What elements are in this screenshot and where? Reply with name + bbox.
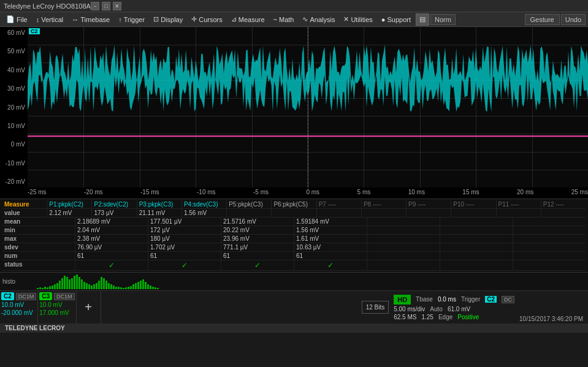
- x-label-neg10ms: -10 ms: [197, 189, 216, 199]
- menu-cursors[interactable]: ✛ Cursors: [188, 14, 226, 25]
- waveform-svg: [28, 27, 588, 187]
- meas-p11-value: [497, 209, 541, 217]
- status-row3: 62.5 MS 1.25 Edge Positive: [394, 314, 514, 320]
- meas-col-p6: P6:pkpk(C5): [272, 200, 316, 208]
- measure-icon: ⊿: [231, 15, 237, 23]
- meas-col-p8: P8 ----: [362, 200, 407, 208]
- tbase-label: Tbase: [416, 296, 433, 303]
- meas-p6-value: [272, 209, 316, 217]
- scope-wrapper: 60 mV 50 mV 40 mV 30 mV 20 mV 10 mV 0 mV…: [0, 27, 588, 187]
- status-columns: HD Tbase 0.0 ms Trigger C2 DC 5.00 ms/di…: [394, 295, 514, 320]
- meas-p5-num: [367, 252, 440, 260]
- y-label-0mv: 0 mV: [2, 141, 25, 148]
- histo-bar: [150, 286, 151, 289]
- meas-p3-max: 23.96 mV: [221, 235, 294, 243]
- gesture-button[interactable]: Gesture: [525, 14, 560, 25]
- close-button[interactable]: ✕: [113, 2, 121, 10]
- ch2-badge[interactable]: C2: [1, 292, 14, 300]
- norm-button[interactable]: Norm: [430, 14, 456, 25]
- meas-p7-value: [317, 209, 362, 217]
- trig-dc: DC: [502, 296, 514, 303]
- histo-bar: [110, 284, 112, 289]
- meas-p1-sdev: 76.90 µV: [75, 243, 148, 251]
- meas-p4-sdev: 10.63 µV: [294, 243, 367, 251]
- histo-bar: [135, 283, 137, 289]
- menu-file[interactable]: 📄 File: [2, 14, 31, 25]
- meas-label-mean: mean: [2, 218, 75, 225]
- x-axis-inner: -25 ms -20 ms -15 ms -10 ms -5 ms 0 ms 5…: [28, 189, 588, 199]
- menu-math[interactable]: ~ Math: [270, 15, 298, 25]
- mem-val: 61.0 mV: [448, 306, 470, 312]
- minimize-button[interactable]: −: [91, 2, 99, 10]
- meas-p1-value: 2.12 mV: [47, 209, 92, 217]
- ch3-row: C3 DC1M: [39, 292, 74, 300]
- meas-p1-status: ✓: [75, 260, 148, 270]
- trigger-icon: ↑: [118, 16, 122, 23]
- ch2-vals: 10.0 mV: [1, 301, 36, 308]
- meas-p2-status: ✓: [148, 260, 221, 270]
- meas-label-min: min: [2, 226, 75, 234]
- menu-vertical[interactable]: ↕ Vertical: [32, 15, 67, 25]
- meas-row-min: min 2.04 mV 172 µV 20.22 mV 1.56 mV: [2, 226, 586, 235]
- datetime-display: 10/15/2017 3:46:20 PM: [519, 316, 583, 322]
- menu-analysis[interactable]: ∿ Analysis: [299, 14, 338, 25]
- meas-rest-min: [513, 226, 586, 234]
- y-label-30mv: 30 mV: [2, 85, 25, 92]
- meas-p3-min: 20.22 mV: [221, 226, 294, 234]
- meas-col-p11: P11 ----: [497, 200, 541, 208]
- edge-val: Positive: [457, 314, 479, 320]
- histo-bar: [74, 276, 75, 289]
- histo-bar: [120, 287, 122, 289]
- meas-p3-sdev: 771.1 µV: [221, 243, 294, 251]
- ch3-mode[interactable]: DC1M: [54, 293, 75, 300]
- meas-p4-value: 1.56 mV: [182, 209, 227, 217]
- histo-bar: [125, 287, 127, 289]
- meas-p5-min: [367, 226, 440, 234]
- meas-p4-max: 1.61 mV: [294, 235, 367, 243]
- x-label-25ms: 25 ms: [571, 189, 588, 199]
- meas-p9-value: [407, 209, 451, 217]
- menu-support[interactable]: ● Support: [378, 15, 414, 25]
- hd-badge: HD: [394, 295, 411, 305]
- histo-bar: [145, 282, 147, 289]
- meas-col-p3: P3:pkpk(C3): [137, 200, 182, 208]
- meas-label-sdev: sdev: [2, 243, 75, 251]
- settings-button[interactable]: ▤: [416, 13, 429, 26]
- meas-p4-min: 1.56 mV: [294, 226, 367, 234]
- meas-col-label: Measure: [2, 200, 47, 208]
- add-channel-button[interactable]: +: [77, 291, 101, 323]
- histo-bar: [140, 281, 142, 289]
- ch3-vals: 10.0 mV: [39, 301, 74, 308]
- timebase-icon: ↔: [72, 16, 78, 23]
- scope-display[interactable]: 60 mV 50 mV 40 mV 30 mV 20 mV 10 mV 0 mV…: [0, 27, 588, 199]
- tbase-val: 0.0 ms: [438, 296, 456, 303]
- x-label-10ms: 10 ms: [408, 189, 425, 199]
- histo-bar: [83, 282, 85, 289]
- meas-row-num: num 61 61 61 61: [2, 252, 586, 260]
- maximize-button[interactable]: □: [102, 2, 110, 10]
- meas-row-mean: mean 2.18689 mV 177.501 µV 21.5716 mV 1.…: [2, 218, 586, 226]
- meas-p2-value: 173 µV: [92, 209, 137, 217]
- histo-bar: [113, 286, 115, 289]
- undo-button[interactable]: Undo: [561, 14, 586, 25]
- display-icon: ⊡: [153, 15, 159, 23]
- meas-p4-num: 61: [294, 252, 367, 260]
- histo-bar: [103, 278, 105, 289]
- menu-timebase[interactable]: ↔ Timebase: [68, 15, 113, 25]
- meas-col-p4: P4:sdev(C3): [182, 200, 227, 208]
- vertical-icon: ↕: [36, 16, 40, 23]
- menu-trigger[interactable]: ↑ Trigger: [115, 15, 148, 25]
- meas-p3-num: 61: [221, 252, 294, 260]
- ch2-row: C2 DC1M: [1, 292, 36, 300]
- histo-bar: [42, 288, 44, 289]
- menu-measure[interactable]: ⊿ Measure: [227, 14, 269, 25]
- x-label-5ms: 5 ms: [357, 189, 371, 199]
- x-label-neg5ms: -5 ms: [253, 189, 269, 199]
- menu-utilities[interactable]: ✕ Utilities: [340, 14, 376, 25]
- meas-col-p2: P2:sdev(C2): [92, 200, 137, 208]
- ch2-offset: -20.000 mV: [1, 309, 36, 316]
- menu-display[interactable]: ⊡ Display: [150, 14, 186, 25]
- scope-canvas[interactable]: C2: [28, 27, 588, 187]
- ch3-badge[interactable]: C3: [39, 292, 52, 300]
- ch2-mode[interactable]: DC1M: [16, 293, 37, 300]
